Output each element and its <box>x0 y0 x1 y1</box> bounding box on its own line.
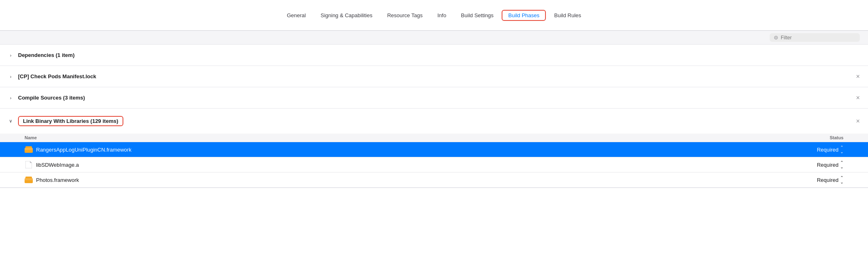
close-icon-check-pods[interactable]: × <box>856 73 860 80</box>
row-name-1: RangersAppLogUniPluginCN.framework <box>36 147 778 153</box>
file-icon-2 <box>25 161 33 169</box>
row-name-2: libSDWebImage.a <box>36 162 778 168</box>
chevron-icon-check-pods: › <box>8 74 13 79</box>
status-label-3: Required <box>817 177 838 183</box>
close-icon-compile-sources[interactable]: × <box>856 94 860 102</box>
section-compile-sources: › Compile Sources (3 items) × <box>0 87 868 109</box>
table-header: Name Status <box>0 134 868 142</box>
link-binary-title-wrap: Link Binary With Libraries (129 items) <box>18 116 123 126</box>
tab-resource-tags[interactable]: Resource Tags <box>381 10 429 21</box>
tab-info[interactable]: Info <box>431 10 453 21</box>
section-title-link-binary: Link Binary With Libraries (129 items) <box>23 118 118 124</box>
col-header-name: Name <box>25 135 778 140</box>
tab-bar: General Signing & Capabilities Resource … <box>0 0 868 31</box>
row-status-1[interactable]: Required ⌃⌄ <box>778 145 843 154</box>
framework-icon-3 <box>25 176 33 184</box>
chevron-icon-dependencies: › <box>8 53 13 58</box>
table-row[interactable]: Photos.framework Required ⌃⌄ <box>0 172 868 188</box>
close-icon-link-binary[interactable]: × <box>856 118 860 125</box>
section-title-compile-sources: Compile Sources (3 items) <box>18 95 85 101</box>
stepper-icon-2[interactable]: ⌃⌄ <box>840 160 843 169</box>
section-header-dependencies[interactable]: › Dependencies (1 item) <box>0 45 868 66</box>
table-row[interactable]: RangersAppLogUniPluginCN.framework Requi… <box>0 142 868 157</box>
table-row[interactable]: libSDWebImage.a Required ⌃⌄ <box>0 157 868 172</box>
tab-build-rules[interactable]: Build Rules <box>548 10 588 21</box>
section-header-link-binary[interactable]: ∨ Link Binary With Libraries (129 items)… <box>0 109 868 134</box>
section-header-check-pods[interactable]: › [CP] Check Pods Manifest.lock × <box>0 66 868 87</box>
framework-icon-1 <box>25 145 33 154</box>
filter-icon: ⊜ <box>774 34 778 41</box>
section-check-pods: › [CP] Check Pods Manifest.lock × <box>0 66 868 87</box>
row-status-2[interactable]: Required ⌃⌄ <box>778 160 843 169</box>
status-label-1: Required <box>817 147 838 153</box>
tab-build-settings[interactable]: Build Settings <box>454 10 500 21</box>
section-title-check-pods: [CP] Check Pods Manifest.lock <box>18 73 96 79</box>
col-header-status: Status <box>778 135 843 140</box>
status-label-2: Required <box>817 162 838 168</box>
section-link-binary: ∨ Link Binary With Libraries (129 items)… <box>0 109 868 188</box>
filter-input-wrap[interactable]: ⊜ <box>770 33 860 42</box>
row-name-3: Photos.framework <box>36 177 778 183</box>
row-status-3[interactable]: Required ⌃⌄ <box>778 175 843 184</box>
section-header-compile-sources[interactable]: › Compile Sources (3 items) × <box>0 87 868 108</box>
chevron-icon-compile-sources: › <box>8 95 13 100</box>
chevron-icon-link-binary: ∨ <box>8 118 13 124</box>
svg-rect-5 <box>25 178 33 180</box>
section-title-dependencies: Dependencies (1 item) <box>18 52 75 58</box>
tab-general[interactable]: General <box>280 10 312 21</box>
stepper-icon-1[interactable]: ⌃⌄ <box>840 145 843 154</box>
stepper-icon-3[interactable]: ⌃⌄ <box>840 175 843 184</box>
filter-input[interactable] <box>781 35 856 41</box>
svg-rect-2 <box>25 148 33 150</box>
tab-signing[interactable]: Signing & Capabilities <box>314 10 379 21</box>
section-dependencies: › Dependencies (1 item) <box>0 45 868 66</box>
filter-bar: ⊜ <box>0 31 868 45</box>
tab-build-phases[interactable]: Build Phases <box>502 10 546 21</box>
